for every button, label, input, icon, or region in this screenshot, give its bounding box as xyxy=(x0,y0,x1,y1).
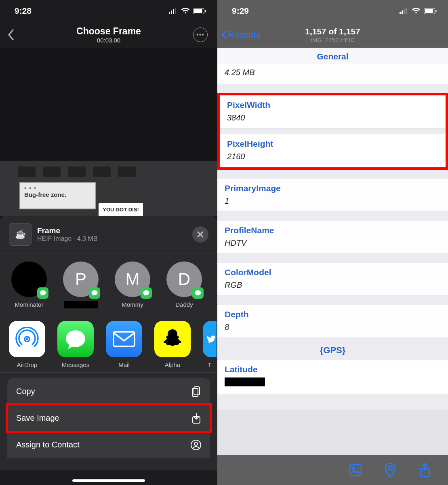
video-background xyxy=(0,48,217,161)
meta-value: 1 xyxy=(225,196,441,206)
group-header-general: General xyxy=(217,48,448,64)
meta-label: ProfileName xyxy=(225,226,441,235)
svg-rect-0 xyxy=(169,12,170,14)
avatar xyxy=(11,261,47,297)
share-button[interactable] xyxy=(417,462,433,478)
highlighted-dimensions: PixelWidth 3840 PixelHeight 2160 xyxy=(217,93,448,170)
action-copy[interactable]: Copy xyxy=(7,378,210,405)
share-apps-row[interactable]: AirDrop Messages Mail Alpha xyxy=(0,311,217,373)
svg-point-8 xyxy=(26,338,28,340)
more-button[interactable]: ••• xyxy=(193,27,208,42)
meta-value: 8 xyxy=(225,323,441,332)
share-title: Frame xyxy=(37,226,97,235)
home-indicator[interactable] xyxy=(72,479,145,482)
svg-rect-22 xyxy=(350,464,361,476)
action-label: Save Image xyxy=(16,413,59,423)
share-app-twitter[interactable]: T xyxy=(203,321,217,368)
sticker-yougotdis: YOU GOT DIS! xyxy=(99,203,143,216)
share-app-airdrop[interactable]: AirDrop xyxy=(9,321,45,368)
messages-badge-icon xyxy=(192,287,204,299)
meta-row-profilename: ProfileName HDTV xyxy=(217,221,448,254)
wifi-icon xyxy=(181,8,190,14)
meta-row-depth: Depth 8 xyxy=(217,305,448,338)
group-header-gps: {GPS} xyxy=(217,338,448,360)
status-bar: 9:28 xyxy=(0,0,217,22)
svg-rect-21 xyxy=(435,10,437,12)
app-label: Messages xyxy=(62,361,89,368)
status-time: 9:28 xyxy=(15,6,32,16)
meta-label: PixelWidth xyxy=(227,100,438,110)
back-button[interactable] xyxy=(0,29,22,41)
wifi-icon xyxy=(412,8,421,14)
sticker-bugfree: • • • Bug-free zone. xyxy=(19,182,96,209)
svg-rect-6 xyxy=(205,10,206,12)
svg-rect-18 xyxy=(406,8,407,14)
meta-value: 2160 xyxy=(227,152,438,161)
cellular-icon xyxy=(400,8,408,14)
share-actions: Copy Save Image Assign to Contact xyxy=(0,373,217,458)
meta-row-pixelheight: PixelHeight 2160 xyxy=(220,134,446,167)
app-label: T xyxy=(208,361,211,368)
back-recents-button[interactable]: Recents xyxy=(217,30,261,40)
phone-left-screenshot: 9:28 Choose Frame 00:03.00 ••• • • • Bug… xyxy=(0,0,217,485)
meta-value: RGB xyxy=(225,280,441,290)
share-sheet: ☕ Frame HEIF Image · 4.3 MB Mominator P xyxy=(0,216,217,470)
snapchat-icon xyxy=(154,321,191,357)
share-thumbnail: ☕ xyxy=(9,223,32,246)
share-contacts-row[interactable]: Mominator P M Mommy D Daddy xyxy=(0,253,217,311)
status-icons xyxy=(400,8,437,14)
status-icons xyxy=(169,8,206,14)
svg-point-23 xyxy=(352,467,355,469)
svg-rect-3 xyxy=(175,8,176,14)
back-label: Recents xyxy=(228,30,261,40)
phone-right-screenshot: 9:29 Recents 1,157 of 1,157 IMG_2752.HEI… xyxy=(217,0,448,485)
status-time: 9:29 xyxy=(232,6,249,16)
share-contact[interactable]: P xyxy=(61,261,101,308)
meta-label: Depth xyxy=(225,310,441,319)
share-contact[interactable]: D Daddy xyxy=(164,261,204,308)
avatar: P xyxy=(63,261,99,297)
svg-rect-15 xyxy=(400,12,401,14)
share-app-snapchat[interactable]: Alpha xyxy=(154,321,191,368)
bottom-toolbar xyxy=(217,455,448,485)
share-contact[interactable]: M Mommy xyxy=(112,261,153,308)
meta-value: HDTV xyxy=(225,238,441,248)
metadata-list[interactable]: General 4.25 MB PixelWidth 3840 PixelHei… xyxy=(217,48,448,455)
meta-row-pixelwidth: PixelWidth 3840 xyxy=(220,95,446,129)
video-frame-preview[interactable]: • • • Bug-free zone. YOU GOT DIS! xyxy=(0,161,217,216)
meta-value: 3840 xyxy=(227,113,438,122)
gallery-button[interactable] xyxy=(348,462,363,478)
contact-icon xyxy=(191,440,201,450)
action-assign-contact[interactable]: Assign to Contact xyxy=(7,432,210,458)
share-app-mail[interactable]: Mail xyxy=(106,321,142,368)
meta-row-latitude: Latitude xyxy=(217,360,448,394)
share-subtitle: HEIF Image · 4.3 MB xyxy=(37,235,97,242)
svg-rect-9 xyxy=(114,332,135,346)
app-label: Alpha xyxy=(165,361,180,368)
svg-rect-16 xyxy=(402,11,403,14)
messages-badge-icon xyxy=(89,287,100,299)
messages-badge-icon xyxy=(141,287,152,299)
status-bar: 9:29 xyxy=(217,0,448,22)
app-label: Mail xyxy=(118,361,130,368)
contact-name: Mominator xyxy=(15,301,44,308)
share-app-messages[interactable]: Messages xyxy=(57,321,94,368)
svg-rect-20 xyxy=(425,9,433,13)
close-button[interactable] xyxy=(192,226,208,242)
twitter-icon xyxy=(203,321,217,357)
meta-filesize: 4.25 MB xyxy=(217,64,448,84)
nav-bar: Recents 1,157 of 1,157 IMG_2752.HEIC xyxy=(217,22,448,48)
copy-icon xyxy=(191,386,201,397)
cellular-icon xyxy=(169,8,178,14)
nav-subtitle: 00:03.00 xyxy=(0,37,217,44)
share-contact[interactable]: Mominator xyxy=(9,261,49,308)
meta-value-redacted xyxy=(225,377,265,386)
mail-icon xyxy=(106,321,142,357)
avatar: M xyxy=(115,261,150,297)
messages-badge-icon xyxy=(37,287,48,299)
location-button[interactable] xyxy=(383,462,398,478)
svg-rect-1 xyxy=(171,11,172,14)
meta-label: PixelHeight xyxy=(227,139,438,149)
action-save-image[interactable]: Save Image xyxy=(7,405,210,432)
download-icon xyxy=(191,413,201,424)
